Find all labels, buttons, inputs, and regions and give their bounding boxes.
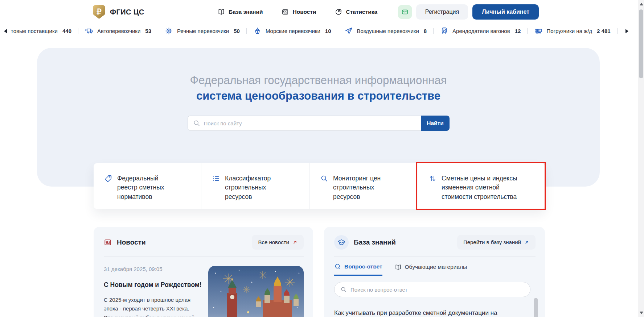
register-label: Регистрация (425, 9, 459, 15)
nav-label: База знаний (229, 9, 263, 15)
scrollbar-down-icon[interactable] (640, 312, 643, 314)
chevron-right-icon (625, 29, 628, 33)
nav-label: Новости (292, 9, 316, 15)
card-classifier[interactable]: Классификатор строительных ресурсов (201, 163, 309, 209)
header-actions: Регистрация Личный кабинет (398, 0, 539, 24)
mail-button[interactable] (398, 5, 412, 19)
news-panel-title: Новости (117, 238, 146, 246)
card-price-monitoring[interactable]: Мониторинг цен строительных ресурсов (309, 163, 418, 209)
ticker-item-river-carriers[interactable]: Речные перевозчики 50 (165, 27, 240, 35)
search-icon (340, 286, 347, 293)
divider (78, 28, 78, 34)
card-federal-register[interactable]: Федеральный реестр сметных нормативов (94, 163, 201, 209)
logo[interactable]: ₽ ФГИС ЦС (93, 0, 144, 24)
book-icon (395, 264, 402, 271)
divider (246, 28, 247, 34)
book-icon (218, 8, 225, 16)
tag-icon (104, 175, 112, 209)
header: ₽ ФГИС ЦС База знаний Новости Статистика (0, 0, 638, 24)
search-icon (193, 120, 200, 127)
site-search: Найти (188, 116, 450, 131)
card-label: Мониторинг цен строительных ресурсов (333, 174, 391, 209)
news-title[interactable]: С Новым годом и Рождеством! (104, 281, 202, 289)
ticker-item-sea-carriers[interactable]: Морские перевозчики 10 (253, 27, 331, 35)
ticker-item-suppliers[interactable]: товые поставщики 440 (11, 28, 71, 34)
account-label: Личный кабинет (482, 9, 529, 15)
divider (617, 28, 618, 34)
arrow-up-right-icon (524, 240, 529, 245)
divider (527, 28, 528, 34)
nav-label: Статистика (346, 9, 377, 15)
categories-ticker: товые поставщики 440 Автоперевозчики 53 … (0, 24, 638, 38)
news-icon (104, 238, 112, 246)
nav-statistics[interactable]: Статистика (335, 8, 377, 16)
news-panel: Новости Все новости 31 декабря 2025, 09:… (94, 227, 313, 317)
tab-qa[interactable]: Вопрос-ответ (334, 263, 382, 276)
page-scrollbar[interactable] (638, 0, 644, 317)
question-bubble-icon (334, 263, 341, 270)
qa-question-link[interactable]: Как учитывать при разработке сметной док… (334, 308, 527, 317)
ship-icon (253, 27, 262, 35)
list-icon (212, 175, 220, 209)
top-navigation: База знаний Новости Статистика (218, 0, 377, 24)
knowledge-tabs: Вопрос-ответ Обучающие материалы (324, 257, 545, 276)
search-icon (320, 175, 328, 209)
qa-search-input[interactable] (350, 287, 525, 293)
scrollbar-up-icon[interactable] (640, 3, 643, 5)
card-label: Федеральный реестр сметных нормативов (117, 174, 175, 209)
news-date: 31 декабря 2025, 09:05 (104, 266, 202, 272)
qa-search (334, 282, 530, 297)
account-button[interactable]: Личный кабинет (472, 4, 539, 20)
nav-knowledge-base[interactable]: База знаний (218, 8, 263, 16)
train-icon (440, 27, 448, 35)
hero-title-line1: Федеральная государственная информационн… (37, 74, 600, 87)
scrollbar-thumb[interactable] (639, 9, 643, 78)
nav-news[interactable]: Новости (282, 8, 316, 16)
go-to-knowledge-base-button[interactable]: Перейти в базу знаний (457, 235, 536, 250)
news-excerpt: С 2025-м уходит в прошлое целая эпоха - … (104, 296, 202, 317)
site-search-input[interactable] (188, 116, 421, 131)
ticker-item-road-carriers[interactable]: Автоперевозчики 53 (85, 27, 151, 35)
register-button[interactable]: Регистрация (416, 4, 468, 20)
news-item: 31 декабря 2025, 09:05 С Новым годом и Р… (94, 257, 313, 317)
qa-scrollbar[interactable] (534, 298, 538, 317)
knowledge-base-panel: База знаний Перейти в базу знаний Вопрос… (324, 227, 545, 317)
plane-icon (345, 27, 353, 35)
card-label: Сметные цены и индексы изменения сметной… (442, 174, 529, 209)
graduation-cap-icon (334, 235, 349, 250)
divider (433, 28, 434, 34)
logo-text: ФГИС ЦС (110, 8, 144, 16)
mail-icon (401, 8, 409, 16)
chevron-left-icon (4, 29, 7, 33)
card-label: Классификатор строительных ресурсов (225, 174, 283, 209)
all-news-button[interactable]: Все новости (252, 235, 304, 250)
ticker-item-rail-loaders[interactable]: Погрузчики на ж/д 2 481 (534, 27, 610, 35)
tab-training-materials[interactable]: Обучающие материалы (395, 263, 467, 276)
search-submit-button[interactable]: Найти (421, 116, 450, 131)
knowledge-panel-title: База знаний (354, 238, 396, 246)
helm-icon (165, 27, 173, 35)
ticker-scroll-left-button[interactable] (1, 24, 10, 38)
hero-title-line2: система ценообразования в строительстве (37, 89, 600, 103)
sort-arrows-icon (429, 175, 436, 209)
wagon-icon (534, 27, 542, 35)
svg-text:₽: ₽ (97, 8, 102, 16)
divider (338, 28, 338, 34)
news-icon (282, 8, 289, 16)
quick-links-row: Федеральный реестр сметных нормативов Кл… (94, 163, 545, 209)
truck-icon (85, 27, 93, 35)
logo-ruble-icon: ₽ (93, 5, 106, 19)
arrow-up-right-icon (292, 240, 298, 245)
card-estimate-prices-indexes[interactable]: Сметные цены и индексы изменения сметной… (418, 163, 545, 209)
ticker-scroll-right-button[interactable] (622, 24, 632, 38)
ticker-item-air-carriers[interactable]: Воздушные перевозчики 8 (345, 27, 427, 35)
news-image[interactable] (208, 266, 304, 317)
divider (158, 28, 158, 34)
stats-icon (335, 8, 342, 16)
ticker-item-wagon-lessors[interactable]: Арендодатели вагонов 12 (440, 27, 521, 35)
